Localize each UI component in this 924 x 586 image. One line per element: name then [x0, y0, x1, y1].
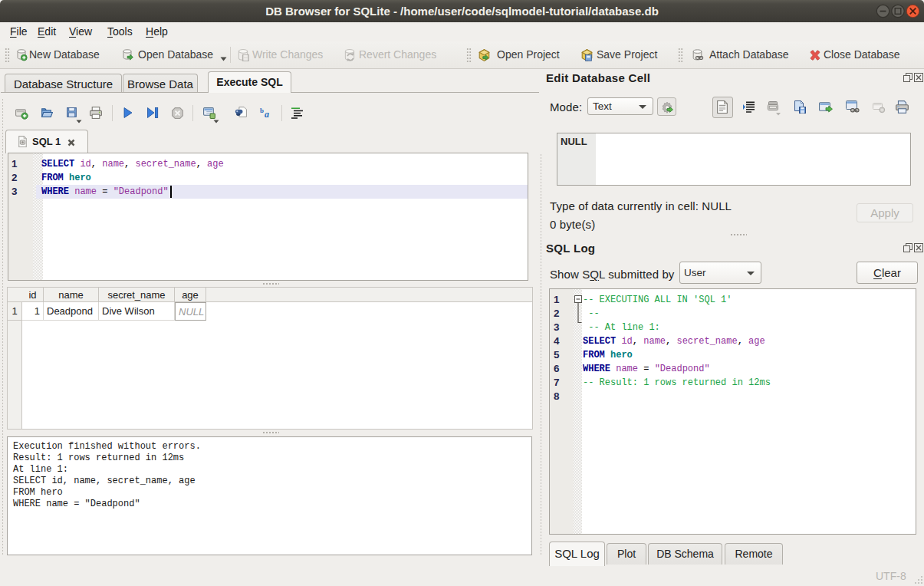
svg-text:b: b [260, 107, 264, 114]
svg-text:a: a [265, 109, 269, 120]
